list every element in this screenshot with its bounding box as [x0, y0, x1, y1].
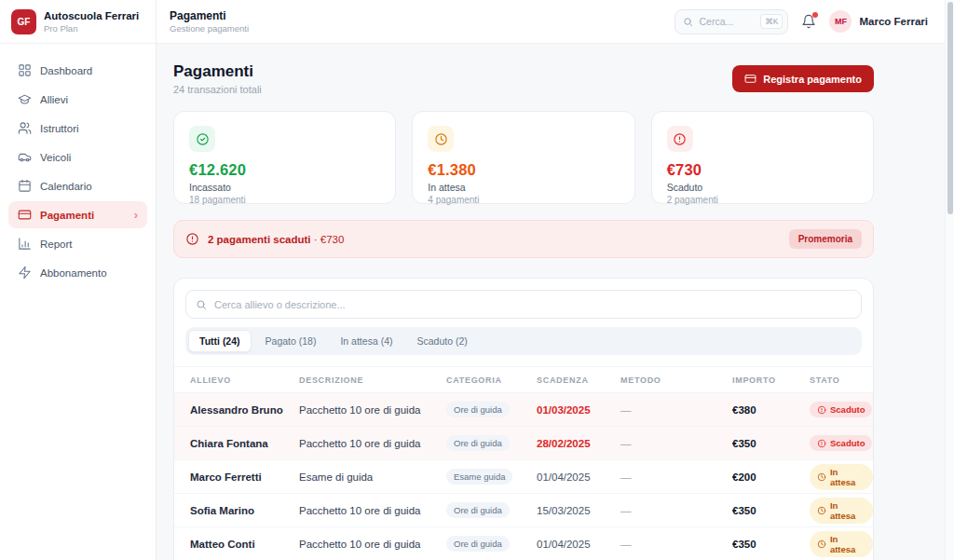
stat-cards: €12.620 Incassato 18 pagamenti €1.380 In… [173, 111, 874, 204]
topbar: Pagamenti Gestione pagamenti ⌘K MF Marco… [157, 0, 954, 44]
notification-dot [812, 12, 818, 18]
check-circle-icon [189, 126, 215, 152]
scrollbar-thumb[interactable] [947, 2, 953, 214]
global-search-input[interactable] [699, 16, 755, 27]
alert-text-bold: 2 pagamenti scaduti [208, 234, 311, 245]
stat-label: Scaduto [667, 182, 858, 193]
chevron-right-icon: › [134, 209, 138, 221]
sidebar-item-label: Calendario [40, 181, 92, 192]
sidebar-item-report[interactable]: Report [8, 230, 147, 257]
cell-descrizione: Pacchetto 10 ore di guida [299, 438, 446, 449]
sidebar-item-label: Abbonamento [40, 267, 107, 279]
sidebar-item-label: Dashboard [40, 65, 92, 76]
category-badge: Ore di guida [446, 536, 510, 552]
cell-importo: €350 [732, 539, 810, 550]
category-badge: Ore di guida [446, 435, 510, 451]
clock-icon [817, 540, 826, 549]
stat-sub: 4 pagamenti [428, 195, 619, 205]
overdue-alert-banner: 2 pagamenti scaduti · €730 Promemoria [173, 220, 874, 258]
dashboard-icon [18, 63, 32, 77]
table-row[interactable]: Chiara Fontana Pacchetto 10 ore di guida… [174, 427, 873, 460]
status-label: In attesa [830, 500, 865, 521]
tab-in-attesa[interactable]: In attesa (4) [330, 331, 402, 351]
sidebar-item-allievi[interactable]: Allievi [8, 86, 147, 113]
tab-pagato[interactable]: Pagato (18) [255, 331, 327, 351]
cell-scadenza: 28/02/2025 [537, 438, 620, 449]
sidebar-item-dashboard[interactable]: Dashboard [8, 57, 147, 84]
sidebar-item-calendario[interactable]: Calendario [8, 172, 147, 199]
sidebar-item-abbonamento[interactable]: Abbonamento [8, 259, 147, 286]
cell-descrizione: Esame di guida [299, 471, 446, 483]
category-badge: Esame guida [446, 469, 512, 485]
search-icon [683, 17, 693, 27]
status-badge: In attesa [810, 464, 873, 490]
keyboard-shortcut-badge: ⌘K [760, 14, 783, 29]
clock-icon [428, 126, 454, 152]
cell-metodo: — [620, 404, 732, 416]
cell-importo: €350 [732, 438, 810, 449]
sidebar-item-label: Veicoli [40, 152, 71, 163]
cell-importo: €380 [732, 404, 810, 416]
table-row[interactable]: Marco Ferretti Esame di guida Esame guid… [174, 460, 873, 494]
status-label: Scaduto [830, 404, 865, 415]
reminder-button[interactable]: Promemoria [789, 229, 862, 249]
table-row[interactable]: Sofia Marino Pacchetto 10 ore di guida O… [174, 494, 873, 527]
zap-icon [18, 266, 32, 280]
stat-card-incassato: €12.620 Incassato 18 pagamenti [173, 111, 396, 204]
sidebar-item-pagamenti[interactable]: Pagamenti › [8, 201, 147, 228]
stat-amount: €1.380 [428, 161, 619, 179]
cell-descrizione: Pacchetto 10 ore di guida [299, 404, 446, 416]
cell-allievo: Alessandro Bruno [190, 404, 299, 416]
cell-importo: €200 [732, 471, 810, 483]
table-rows: Alessandro Bruno Pacchetto 10 ore di gui… [174, 393, 873, 560]
status-badge: Scaduto [810, 435, 872, 451]
user-menu[interactable]: MF Marco Ferrari [829, 10, 928, 33]
stat-amount: €730 [667, 161, 858, 179]
credit-card-icon [744, 73, 756, 85]
cell-scadenza: 01/04/2025 [537, 539, 620, 550]
register-payment-button[interactable]: Registra pagamento [732, 65, 874, 92]
alert-circle-icon [185, 232, 199, 246]
status-badge: In attesa [810, 498, 873, 524]
global-search[interactable]: ⌘K [675, 9, 788, 34]
page-title: Pagamenti [173, 62, 262, 81]
alert-circle-icon [667, 126, 693, 152]
category-badge: Ore di guida [446, 402, 510, 417]
sidebar-nav: Dashboard Allievi Istruttori Veicoli Cal… [0, 44, 156, 288]
stat-amount: €12.620 [189, 161, 380, 179]
column-header: Metodo [620, 376, 732, 385]
cell-scadenza: 15/03/2025 [537, 505, 620, 516]
alert-circle-icon [817, 405, 826, 415]
brand-plan: Pro Plan [44, 23, 139, 34]
cell-metodo: — [620, 539, 732, 550]
sidebar-item-veicoli[interactable]: Veicoli [8, 143, 147, 171]
content: Pagamenti 24 transazioni totali Registra… [157, 44, 954, 560]
table-row[interactable]: Alessandro Bruno Pacchetto 10 ore di gui… [174, 393, 873, 427]
page-subtitle: 24 transazioni totali [173, 84, 262, 95]
column-header: Allievo [190, 376, 299, 385]
cell-allievo: Chiara Fontana [190, 438, 299, 449]
sidebar-item-label: Pagamenti [40, 210, 94, 221]
stat-card-in-attesa: €1.380 In attesa 4 pagamenti [412, 111, 634, 204]
notifications-button[interactable] [801, 14, 816, 29]
brand-logo: GF [11, 9, 36, 34]
table-row[interactable]: Matteo Conti Pacchetto 10 ore di guida O… [174, 527, 873, 560]
list-search-input[interactable] [214, 299, 852, 310]
list-search[interactable] [185, 290, 862, 319]
topbar-subtitle: Gestione pagamenti [170, 23, 249, 34]
sidebar-item-istruttori[interactable]: Istruttori [8, 115, 147, 142]
status-label: In attesa [830, 467, 865, 487]
cell-metodo: — [620, 471, 732, 483]
cell-allievo: Matteo Conti [190, 539, 299, 550]
topbar-title: Pagamenti [170, 9, 249, 24]
brand: GF Autoscuola Ferrari Pro Plan [0, 0, 156, 44]
calendar-icon [18, 179, 32, 193]
column-header: Categoria [446, 376, 537, 385]
window-scrollbar[interactable] [945, 0, 954, 560]
clock-icon [817, 506, 826, 515]
cell-scadenza: 01/03/2025 [537, 404, 620, 416]
status-badge: Scaduto [810, 402, 872, 417]
tab-scaduto[interactable]: Scaduto (2) [406, 331, 477, 351]
tab-tutti[interactable]: Tutti (24) [188, 330, 252, 352]
cell-metodo: — [620, 438, 732, 449]
